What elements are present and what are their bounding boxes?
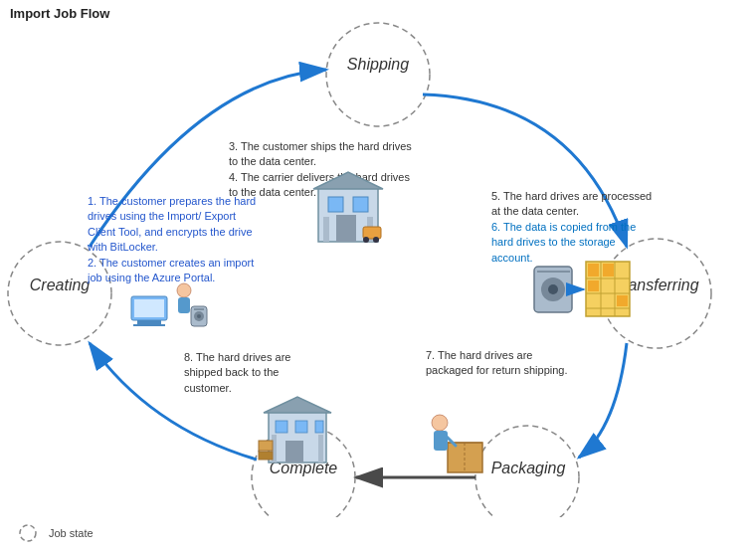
node-packaging: Packaging [485, 460, 571, 477]
svg-rect-56 [259, 441, 273, 451]
svg-rect-53 [285, 441, 303, 462]
svg-rect-52 [315, 421, 323, 433]
svg-rect-9 [133, 324, 165, 326]
shipping-icon [308, 167, 388, 247]
packaging-icon [428, 408, 492, 477]
svg-rect-39 [603, 264, 614, 277]
svg-rect-51 [295, 421, 307, 433]
svg-point-26 [373, 237, 379, 243]
svg-point-58 [20, 525, 36, 541]
svg-rect-12 [178, 297, 190, 313]
annotation-3: 5. The hard drives are processed at the … [491, 189, 656, 266]
svg-rect-55 [318, 435, 323, 462]
svg-rect-41 [617, 295, 628, 306]
legend: Job state [15, 523, 94, 543]
svg-rect-40 [588, 280, 599, 291]
svg-point-15 [197, 314, 201, 318]
svg-rect-18 [328, 197, 343, 212]
svg-rect-38 [588, 264, 599, 277]
complete-icon [254, 393, 343, 467]
annotation-1: 1. The customer prepares the hard drives… [88, 194, 262, 285]
svg-rect-8 [137, 320, 161, 324]
svg-rect-50 [276, 421, 287, 433]
svg-point-2 [326, 23, 430, 126]
svg-rect-20 [336, 215, 356, 242]
svg-rect-10 [134, 299, 164, 317]
legend-label: Job state [49, 527, 94, 539]
annotation-5: 8. The hard drives are shipped back to t… [184, 350, 328, 396]
creating-icon [129, 277, 209, 336]
transferring-icon [532, 257, 632, 326]
svg-rect-19 [353, 197, 368, 212]
svg-rect-57 [259, 452, 273, 460]
svg-marker-49 [264, 397, 331, 413]
svg-marker-21 [313, 172, 383, 189]
svg-rect-46 [434, 431, 448, 451]
node-shipping: Shipping [338, 56, 418, 74]
page-title: Import Job Flow [10, 6, 109, 21]
legend-icon [15, 523, 41, 543]
svg-point-25 [363, 237, 369, 243]
svg-point-11 [177, 283, 191, 297]
svg-point-45 [432, 415, 448, 431]
annotation-4: 7. The hard drives are packaged for retu… [426, 348, 570, 379]
svg-rect-22 [323, 217, 329, 242]
svg-point-29 [548, 284, 558, 294]
